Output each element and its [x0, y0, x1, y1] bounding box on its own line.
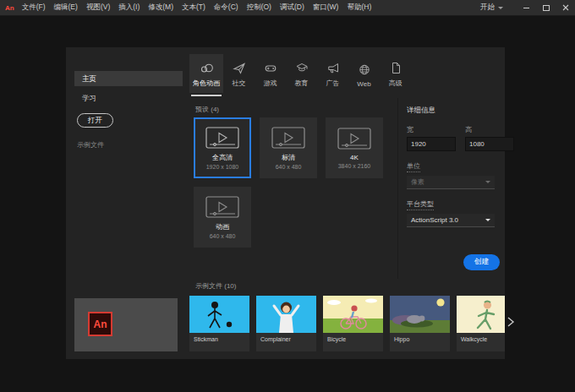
units-value: 像素 — [411, 177, 424, 187]
menu-insert[interactable]: 插入(I) — [118, 3, 140, 13]
units-dropdown[interactable]: 像素 — [407, 176, 495, 189]
video-preset-icon — [205, 196, 239, 218]
width-field-group: 宽 — [407, 125, 456, 151]
menu-text[interactable]: 文本(T) — [182, 3, 205, 13]
details-panel: 详细信息 宽 高 单位 像素 平台类型 ActionScript 3.0 — [397, 98, 505, 279]
sample-card-complainer[interactable]: Complainer — [256, 296, 316, 351]
tab-label: Web — [357, 80, 370, 88]
menu-window[interactable]: 窗口(W) — [313, 3, 339, 13]
globe-icon — [358, 62, 371, 76]
sidebar-sample-files-label[interactable]: 示例文件 — [77, 140, 104, 150]
category-tabs: 角色动画 社交 游戏 教育 广告 — [189, 54, 411, 93]
complainer-thumbnail — [256, 296, 316, 333]
tab-advanced[interactable]: 高级 — [380, 54, 411, 93]
menu-help[interactable]: 帮助(H) — [347, 3, 371, 13]
menu-debug[interactable]: 调试(D) — [280, 3, 304, 13]
sample-name: Complainer — [256, 333, 316, 342]
sample-card-stickman[interactable]: Stickman — [189, 296, 249, 351]
height-input[interactable] — [465, 137, 514, 151]
tab-label: 广告 — [326, 79, 340, 88]
tab-label: 社交 — [233, 79, 246, 88]
width-label: 宽 — [407, 125, 456, 134]
sidebar-item-learn[interactable]: 学习 — [74, 91, 183, 105]
chevron-down-icon — [498, 7, 503, 9]
preset-card-full-hd[interactable]: 全高清 1920 x 1080 — [194, 117, 251, 178]
video-preset-icon — [337, 128, 371, 150]
sample-files-row: Stickman Complainer — [189, 296, 505, 351]
height-label: 高 — [465, 125, 514, 134]
sample-card-bicycle[interactable]: Bicycle — [323, 296, 383, 351]
tab-label: 高级 — [389, 79, 402, 88]
animate-branding-card: An — [74, 298, 178, 351]
open-button[interactable]: 打开 — [77, 113, 113, 128]
platform-field-group: 平台类型 ActionScript 3.0 — [407, 199, 496, 237]
platform-label: 平台类型 — [407, 199, 434, 210]
menu-view[interactable]: 视图(V) — [86, 3, 110, 13]
video-preset-icon — [205, 127, 239, 149]
preset-name: 动画 — [216, 222, 229, 231]
graduation-cap-icon — [295, 60, 309, 74]
preset-dimensions: 1920 x 1080 — [206, 164, 239, 170]
width-input[interactable] — [407, 137, 456, 151]
tab-character-animation[interactable]: 角色动画 — [189, 54, 223, 93]
create-button[interactable]: 创建 — [463, 254, 500, 270]
paper-plane-icon — [233, 60, 246, 74]
preset-card-sd[interactable]: 标清 640 x 480 — [260, 117, 317, 178]
preset-name: 全高清 — [212, 153, 233, 162]
minimize-button[interactable] — [517, 0, 536, 15]
tab-education[interactable]: 教育 — [286, 54, 317, 93]
sample-name: Stickman — [189, 333, 249, 342]
menu-modify[interactable]: 修改(M) — [148, 3, 173, 13]
tab-social[interactable]: 社交 — [223, 54, 255, 93]
game-controller-icon — [264, 60, 277, 74]
menu-file[interactable]: 文件(F) — [22, 3, 46, 13]
document-icon — [389, 60, 402, 74]
close-button[interactable] — [556, 0, 575, 15]
close-icon — [562, 4, 569, 11]
sample-name: Walkcycle — [457, 333, 505, 342]
sample-files-header: 示例文件 (10) — [195, 281, 236, 291]
video-preset-icon — [271, 127, 305, 149]
tab-games[interactable]: 游戏 — [255, 54, 286, 93]
preset-name: 标清 — [282, 153, 295, 162]
animate-app-icon: An — [88, 312, 112, 336]
stickman-thumbnail — [189, 296, 249, 333]
tab-label: 角色动画 — [193, 79, 220, 88]
menu-control[interactable]: 控制(O) — [247, 3, 271, 13]
workspace-label: 开始 — [480, 3, 495, 13]
units-field-group: 单位 像素 — [407, 161, 496, 199]
platform-dropdown[interactable]: ActionScript 3.0 — [407, 214, 495, 227]
platform-value: ActionScript 3.0 — [411, 216, 458, 224]
megaphone-icon — [326, 60, 340, 74]
details-header: 详细信息 — [407, 106, 496, 116]
chevron-down-icon — [485, 219, 490, 221]
height-field-group: 高 — [465, 125, 514, 151]
preset-grid: 全高清 1920 x 1080 标清 640 x 480 4K 3840 x 2… — [194, 117, 402, 248]
home-screen-panel: 主页 学习 打开 示例文件 An 角色动画 社交 游戏 — [66, 47, 505, 359]
animate-logo-icon: An — [5, 4, 14, 12]
tab-ads[interactable]: 广告 — [317, 54, 348, 93]
preset-card-animation[interactable]: 动画 640 x 480 — [194, 187, 251, 248]
workspace-switcher[interactable]: 开始 — [480, 3, 503, 13]
tab-label: 游戏 — [264, 79, 277, 88]
sample-card-hippo[interactable]: Hippo — [390, 296, 450, 351]
tab-web[interactable]: Web — [348, 54, 380, 93]
menu-bar: 文件(F) 编辑(E) 视图(V) 插入(I) 修改(M) 文本(T) 命令(C… — [22, 3, 372, 13]
maximize-button[interactable] — [536, 0, 556, 15]
size-fields-row: 宽 高 — [407, 125, 496, 151]
presets-header: 预设 (4) — [195, 105, 219, 114]
preset-dimensions: 640 x 480 — [210, 233, 236, 239]
preset-card-4k[interactable]: 4K 3840 x 2160 — [326, 117, 383, 178]
samples-next-chevron-icon[interactable] — [507, 316, 515, 328]
menu-edit[interactable]: 编辑(E) — [54, 3, 78, 13]
sidebar-item-home[interactable]: 主页 — [74, 71, 183, 86]
sample-name: Bicycle — [323, 333, 383, 342]
bicycle-thumbnail — [323, 296, 383, 333]
hippo-thumbnail — [390, 296, 450, 333]
walkcycle-thumbnail — [457, 296, 505, 333]
sample-card-walkcycle[interactable]: Walkcycle — [457, 296, 505, 351]
menu-commands[interactable]: 命令(C) — [214, 3, 238, 13]
preset-dimensions: 3840 x 2160 — [338, 163, 371, 169]
titlebar-right: 开始 — [480, 0, 575, 15]
preset-name: 4K — [350, 154, 359, 161]
